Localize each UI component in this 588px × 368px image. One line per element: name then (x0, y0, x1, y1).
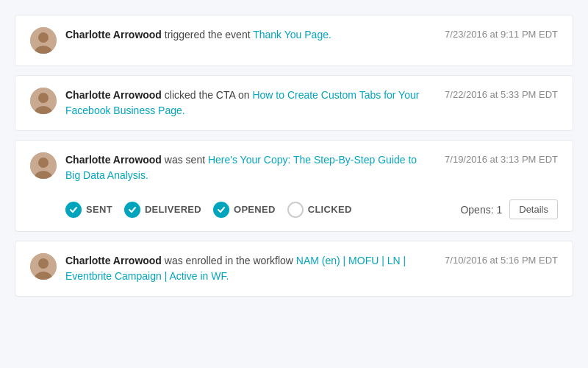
status-check-icon (65, 202, 82, 218)
opens-label: Opens: 1 (460, 204, 502, 216)
avatar (30, 152, 57, 179)
user-name: Charlotte Arrowood (65, 89, 162, 101)
activity-card: Charlotte Arrowood clicked the CTA on Ho… (15, 75, 573, 131)
details-button[interactable]: Details (509, 199, 558, 219)
status-label: SENT (86, 204, 112, 215)
svg-point-1 (38, 32, 49, 43)
status-label: OPENED (234, 204, 276, 215)
status-item-opened: OPENED (213, 202, 276, 218)
status-item-clicked: CLICKED (287, 202, 352, 218)
activity-timestamp: 7/22/2016 at 5:33 PM EDT (445, 88, 558, 100)
avatar (30, 27, 57, 54)
activity-card: Charlotte Arrowood triggered the event T… (15, 15, 573, 66)
activity-main-row: Charlotte Arrowood triggered the event T… (30, 27, 558, 54)
activity-text: Charlotte Arrowood triggered the event T… (65, 29, 331, 40)
activity-card: Charlotte Arrowood was enrolled in the w… (15, 241, 573, 297)
activity-card: Charlotte Arrowood was sent Here's Your … (15, 140, 573, 232)
activity-timestamp: 7/19/2016 at 3:13 PM EDT (445, 152, 558, 165)
svg-point-10 (38, 258, 49, 269)
avatar (30, 88, 57, 114)
status-check-icon (213, 202, 229, 218)
user-name: Charlotte Arrowood (65, 29, 162, 40)
status-label: DELIVERED (145, 204, 201, 215)
activity-text: Charlotte Arrowood was sent Here's Your … (65, 154, 417, 181)
svg-point-4 (38, 93, 49, 103)
activity-text: Charlotte Arrowood was enrolled in the w… (65, 255, 406, 282)
status-label: CLICKED (308, 204, 352, 215)
activity-timestamp: 7/10/2016 at 5:16 PM EDT (445, 253, 558, 266)
status-row: SENT DELIVERED OPENEDCLICKEDOpens: 1Deta… (30, 199, 558, 219)
activity-main-row: Charlotte Arrowood was enrolled in the w… (30, 253, 558, 284)
activity-content: Charlotte Arrowood was enrolled in the w… (65, 253, 424, 284)
activity-link[interactable]: Thank You Page. (253, 29, 331, 40)
activity-main-row: Charlotte Arrowood was sent Here's Your … (30, 152, 558, 183)
activity-content: Charlotte Arrowood was sent Here's Your … (65, 152, 424, 183)
svg-point-7 (38, 158, 49, 168)
activity-main-row: Charlotte Arrowood clicked the CTA on Ho… (30, 88, 558, 118)
status-item-delivered: DELIVERED (124, 202, 201, 218)
status-item-sent: SENT (65, 202, 112, 218)
cta-label: CTA (216, 89, 235, 101)
activity-content: Charlotte Arrowood clicked the CTA on Ho… (65, 88, 424, 118)
avatar (30, 253, 57, 280)
activity-timestamp: 7/23/2016 at 9:11 PM EDT (445, 27, 558, 40)
user-name: Charlotte Arrowood (65, 154, 162, 166)
activity-text: Charlotte Arrowood clicked the CTA on Ho… (65, 89, 419, 116)
status-check-icon (124, 202, 140, 218)
status-empty-icon (287, 202, 304, 218)
activity-content: Charlotte Arrowood triggered the event T… (65, 27, 424, 43)
opens-info: Opens: 1Details (460, 199, 558, 219)
user-name: Charlotte Arrowood (65, 255, 162, 266)
